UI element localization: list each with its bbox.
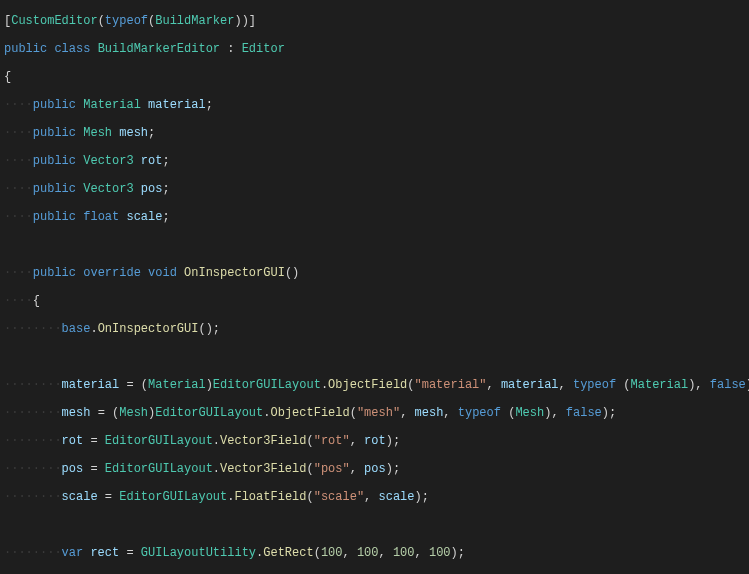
code-line: public class BuildMarkerEditor : Editor [4,42,745,56]
code-line [4,518,745,532]
code-line: [CustomEditor(typeof(BuildMarker))] [4,14,745,28]
code-line: ········rot = EditorGUILayout.Vector3Fie… [4,434,745,448]
code-line: { [4,70,745,84]
code-line [4,350,745,364]
code-editor[interactable]: [CustomEditor(typeof(BuildMarker))] publ… [0,0,749,574]
code-line: ········scale = EditorGUILayout.FloatFie… [4,490,745,504]
code-line: ········material = (Material)EditorGUILa… [4,378,745,392]
code-line: ····{ [4,294,745,308]
code-line: ····public float scale; [4,210,745,224]
code-line: ····public Material material; [4,98,745,112]
code-line [4,238,745,252]
code-line: ····public Vector3 rot; [4,154,745,168]
code-line: ····public override void OnInspectorGUI(… [4,266,745,280]
code-line: ········mesh = (Mesh)EditorGUILayout.Obj… [4,406,745,420]
code-line: ········var rect = GUILayoutUtility.GetR… [4,546,745,560]
code-line: ········pos = EditorGUILayout.Vector3Fie… [4,462,745,476]
code-line: ····public Vector3 pos; [4,182,745,196]
code-line: ········base.OnInspectorGUI(); [4,322,745,336]
code-line: ····public Mesh mesh; [4,126,745,140]
